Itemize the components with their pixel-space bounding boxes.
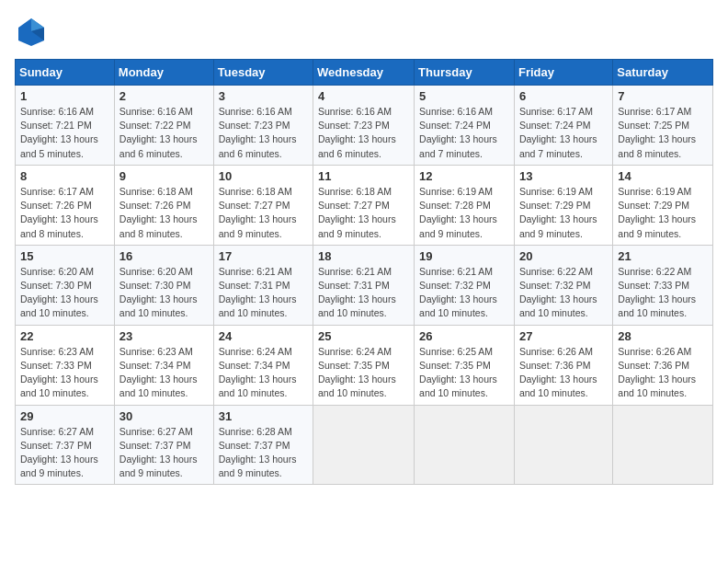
calendar-cell: 1Sunrise: 6:16 AM Sunset: 7:21 PM Daylig… [16,86,115,166]
day-info: Sunrise: 6:23 AM Sunset: 7:33 PM Dayligh… [20,345,109,401]
calendar-cell: 11Sunrise: 6:18 AM Sunset: 7:27 PM Dayli… [313,165,415,245]
day-header-wednesday: Wednesday [313,60,415,86]
calendar-cell: 14Sunrise: 6:19 AM Sunset: 7:29 PM Dayli… [613,165,713,245]
calendar-cell [313,405,415,485]
calendar-cell [415,405,515,485]
calendar-cell: 12Sunrise: 6:19 AM Sunset: 7:28 PM Dayli… [415,165,515,245]
day-number: 17 [219,249,308,263]
calendar-cell: 23Sunrise: 6:23 AM Sunset: 7:34 PM Dayli… [114,325,213,405]
day-info: Sunrise: 6:24 AM Sunset: 7:35 PM Dayligh… [318,345,409,401]
day-info: Sunrise: 6:25 AM Sunset: 7:35 PM Dayligh… [419,345,509,401]
day-header-tuesday: Tuesday [213,60,313,86]
calendar-cell: 18Sunrise: 6:21 AM Sunset: 7:31 PM Dayli… [313,245,415,325]
calendar-cell: 4Sunrise: 6:16 AM Sunset: 7:23 PM Daylig… [313,86,415,166]
day-number: 7 [618,89,708,103]
day-number: 28 [618,329,708,343]
calendar-cell: 22Sunrise: 6:23 AM Sunset: 7:33 PM Dayli… [16,325,115,405]
day-info: Sunrise: 6:16 AM Sunset: 7:22 PM Dayligh… [119,105,209,161]
calendar-cell: 27Sunrise: 6:26 AM Sunset: 7:36 PM Dayli… [514,325,612,405]
day-info: Sunrise: 6:20 AM Sunset: 7:30 PM Dayligh… [119,265,209,321]
calendar-cell: 2Sunrise: 6:16 AM Sunset: 7:22 PM Daylig… [114,86,213,166]
calendar-cell: 13Sunrise: 6:19 AM Sunset: 7:29 PM Dayli… [514,165,612,245]
calendar-cell: 9Sunrise: 6:18 AM Sunset: 7:26 PM Daylig… [114,165,213,245]
calendar-cell: 8Sunrise: 6:17 AM Sunset: 7:26 PM Daylig… [16,165,115,245]
day-number: 19 [419,249,509,263]
day-header-monday: Monday [114,60,213,86]
calendar-week-5: 29Sunrise: 6:27 AM Sunset: 7:37 PM Dayli… [16,405,713,485]
day-number: 26 [419,329,509,343]
calendar-cell: 5Sunrise: 6:16 AM Sunset: 7:24 PM Daylig… [415,86,515,166]
day-info: Sunrise: 6:28 AM Sunset: 7:37 PM Dayligh… [219,425,308,481]
calendar-week-4: 22Sunrise: 6:23 AM Sunset: 7:33 PM Dayli… [16,325,713,405]
calendar-header: SundayMondayTuesdayWednesdayThursdayFrid… [16,60,713,86]
calendar-week-1: 1Sunrise: 6:16 AM Sunset: 7:21 PM Daylig… [16,86,713,166]
day-number: 23 [119,329,209,343]
day-info: Sunrise: 6:26 AM Sunset: 7:36 PM Dayligh… [519,345,608,401]
day-number: 20 [519,249,608,263]
calendar-cell: 15Sunrise: 6:20 AM Sunset: 7:30 PM Dayli… [16,245,115,325]
day-info: Sunrise: 6:17 AM Sunset: 7:24 PM Dayligh… [519,105,608,161]
calendar-cell: 7Sunrise: 6:17 AM Sunset: 7:25 PM Daylig… [613,86,713,166]
day-info: Sunrise: 6:17 AM Sunset: 7:25 PM Dayligh… [618,105,708,161]
day-info: Sunrise: 6:16 AM Sunset: 7:23 PM Dayligh… [219,105,308,161]
day-info: Sunrise: 6:27 AM Sunset: 7:37 PM Dayligh… [20,425,109,481]
day-info: Sunrise: 6:16 AM Sunset: 7:24 PM Dayligh… [419,105,509,161]
day-number: 24 [219,329,308,343]
calendar-week-2: 8Sunrise: 6:17 AM Sunset: 7:26 PM Daylig… [16,165,713,245]
day-header-friday: Friday [514,60,612,86]
page-header [15,15,713,48]
day-info: Sunrise: 6:18 AM Sunset: 7:26 PM Dayligh… [119,185,209,241]
day-number: 22 [20,329,109,343]
calendar-cell: 29Sunrise: 6:27 AM Sunset: 7:37 PM Dayli… [16,405,115,485]
day-number: 3 [219,89,308,103]
day-header-saturday: Saturday [613,60,713,86]
calendar-table: SundayMondayTuesdayWednesdayThursdayFrid… [15,59,713,485]
day-info: Sunrise: 6:23 AM Sunset: 7:34 PM Dayligh… [119,345,209,401]
day-number: 16 [119,249,209,263]
day-info: Sunrise: 6:22 AM Sunset: 7:33 PM Dayligh… [618,265,708,321]
day-info: Sunrise: 6:21 AM Sunset: 7:32 PM Dayligh… [419,265,509,321]
day-number: 27 [519,329,608,343]
calendar-cell: 28Sunrise: 6:26 AM Sunset: 7:36 PM Dayli… [613,325,713,405]
calendar-cell: 24Sunrise: 6:24 AM Sunset: 7:34 PM Dayli… [213,325,313,405]
day-number: 30 [119,409,209,423]
day-number: 15 [20,249,109,263]
day-number: 6 [519,89,608,103]
calendar-cell: 25Sunrise: 6:24 AM Sunset: 7:35 PM Dayli… [313,325,415,405]
day-info: Sunrise: 6:21 AM Sunset: 7:31 PM Dayligh… [318,265,409,321]
calendar-cell: 6Sunrise: 6:17 AM Sunset: 7:24 PM Daylig… [514,86,612,166]
day-number: 31 [219,409,308,423]
day-number: 25 [318,329,409,343]
day-number: 14 [618,169,708,183]
day-info: Sunrise: 6:19 AM Sunset: 7:28 PM Dayligh… [419,185,509,241]
day-number: 13 [519,169,608,183]
day-info: Sunrise: 6:21 AM Sunset: 7:31 PM Dayligh… [219,265,308,321]
logo [15,15,53,48]
day-info: Sunrise: 6:17 AM Sunset: 7:26 PM Dayligh… [20,185,109,241]
day-info: Sunrise: 6:22 AM Sunset: 7:32 PM Dayligh… [519,265,608,321]
day-number: 12 [419,169,509,183]
calendar-cell: 10Sunrise: 6:18 AM Sunset: 7:27 PM Dayli… [213,165,313,245]
calendar-week-3: 15Sunrise: 6:20 AM Sunset: 7:30 PM Dayli… [16,245,713,325]
calendar-cell: 20Sunrise: 6:22 AM Sunset: 7:32 PM Dayli… [514,245,612,325]
day-number: 18 [318,249,409,263]
calendar-cell: 26Sunrise: 6:25 AM Sunset: 7:35 PM Dayli… [415,325,515,405]
day-info: Sunrise: 6:19 AM Sunset: 7:29 PM Dayligh… [519,185,608,241]
calendar-cell: 3Sunrise: 6:16 AM Sunset: 7:23 PM Daylig… [213,86,313,166]
day-info: Sunrise: 6:18 AM Sunset: 7:27 PM Dayligh… [318,185,409,241]
day-info: Sunrise: 6:16 AM Sunset: 7:21 PM Dayligh… [20,105,109,161]
day-info: Sunrise: 6:27 AM Sunset: 7:37 PM Dayligh… [119,425,209,481]
day-number: 21 [618,249,708,263]
day-number: 5 [419,89,509,103]
day-number: 2 [119,89,209,103]
calendar-cell: 19Sunrise: 6:21 AM Sunset: 7:32 PM Dayli… [415,245,515,325]
day-number: 10 [219,169,308,183]
day-number: 11 [318,169,409,183]
calendar-cell [514,405,612,485]
calendar-cell: 21Sunrise: 6:22 AM Sunset: 7:33 PM Dayli… [613,245,713,325]
day-info: Sunrise: 6:16 AM Sunset: 7:23 PM Dayligh… [318,105,409,161]
calendar-cell: 17Sunrise: 6:21 AM Sunset: 7:31 PM Dayli… [213,245,313,325]
day-info: Sunrise: 6:20 AM Sunset: 7:30 PM Dayligh… [20,265,109,321]
day-info: Sunrise: 6:24 AM Sunset: 7:34 PM Dayligh… [219,345,308,401]
day-info: Sunrise: 6:26 AM Sunset: 7:36 PM Dayligh… [618,345,708,401]
